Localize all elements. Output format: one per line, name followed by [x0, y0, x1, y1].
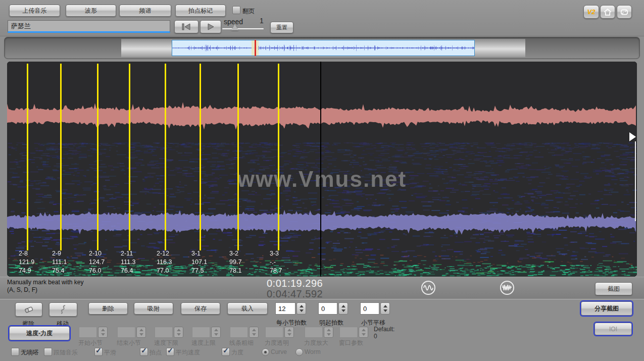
- beats-per-measure-input[interactable]: 12: [275, 302, 295, 315]
- beat-marker-line[interactable]: [165, 64, 166, 250]
- end-measure-input: [117, 327, 135, 338]
- measure-shift-input[interactable]: 0: [360, 302, 379, 315]
- pickup-beats-spinner[interactable]: [338, 302, 348, 315]
- dynamics-scale-spinner: [324, 327, 333, 338]
- total-time: 0:04:47.592: [267, 288, 323, 300]
- no-tick-label: 无嘀嗒: [21, 348, 39, 357]
- pickup-beats-input[interactable]: 0: [318, 302, 337, 315]
- beat-marker-label: 2-10124.776.0: [89, 249, 105, 275]
- tempo-min-spinner: [174, 327, 183, 338]
- skip-to-start-button[interactable]: [174, 20, 199, 33]
- v2-version-badge[interactable]: V2: [583, 5, 599, 19]
- beats-per-measure-spinner[interactable]: [296, 302, 306, 315]
- beat-marker-label: 2-12116.377.0: [157, 249, 172, 275]
- load-button[interactable]: 载入: [227, 302, 268, 315]
- v2-label: V2: [587, 8, 596, 16]
- beat-marker-label: 3-1107.177.5: [191, 249, 207, 275]
- speed-slider-track[interactable]: [222, 28, 264, 29]
- measure-shift-spinner[interactable]: [380, 302, 390, 315]
- follow-music-label: 跟随音乐: [54, 348, 78, 357]
- share-screenshot-button[interactable]: 分享截图: [581, 301, 632, 316]
- zoom-in-wave-button[interactable]: [500, 281, 514, 295]
- end-measure-spinner: [136, 327, 146, 338]
- overview-selection-window[interactable]: [172, 40, 475, 56]
- save-button[interactable]: 保存: [181, 302, 220, 315]
- tab-upload-music[interactable]: 上传音乐: [9, 5, 60, 17]
- beat-marker-line[interactable]: [129, 64, 130, 250]
- vertical-zoom-track[interactable]: [635, 141, 636, 221]
- beat-marker-line[interactable]: [27, 64, 28, 250]
- move-tool-button[interactable]: [49, 302, 77, 317]
- zoom-out-wave-button[interactable]: [421, 281, 435, 295]
- tempo-min-label: 速度下限: [154, 339, 178, 347]
- delete-button[interactable]: 删除: [88, 302, 128, 315]
- beat-points-checkbox[interactable]: ✓: [140, 348, 148, 356]
- dynamics-checkbox[interactable]: ✓: [222, 348, 230, 356]
- default-label: Default:: [374, 326, 394, 333]
- default-value: 0: [374, 333, 377, 340]
- home-icon: [603, 8, 613, 17]
- smooth-checkbox[interactable]: ✓: [94, 348, 103, 356]
- bottom-control-panel: 擦除 移动 删除 吸附 保存 载入 12每小节拍数0弱起拍数0小节平移 分享截图…: [0, 299, 644, 361]
- radio-dot: [264, 351, 267, 353]
- beat-markers-layer: 2-8121.974.92-9111.175.42-10124.776.02-1…: [7, 62, 637, 277]
- home-button[interactable]: [600, 5, 615, 19]
- beats-per-measure-label: 每小节拍数: [276, 319, 307, 327]
- follow-music-checkbox[interactable]: [44, 348, 52, 356]
- smooth-label: 平滑: [104, 348, 116, 357]
- screenshot-button[interactable]: 截图: [595, 282, 632, 295]
- overview-waveform-canvas: [172, 40, 474, 56]
- song-title-input[interactable]: [8, 20, 170, 33]
- average-tempo-checkbox[interactable]: ✓: [166, 348, 174, 356]
- page-turn-checkbox[interactable]: [232, 6, 240, 14]
- reset-button[interactable]: 重置: [270, 22, 293, 33]
- vertical-zoom-handle[interactable]: [629, 132, 636, 141]
- speed-slider-thumb[interactable]: [231, 24, 238, 30]
- line-width-label: 线条粗细: [229, 339, 254, 347]
- beat-points-label: 拍点: [150, 348, 162, 357]
- playback-cursor: [320, 62, 321, 277]
- tab-waveform[interactable]: 波形: [66, 5, 116, 17]
- line-width-input: [230, 327, 248, 338]
- end-measure-label: 结束小节: [117, 339, 141, 347]
- window-size-input: [339, 327, 358, 338]
- curve-radio-label: Curve: [271, 348, 287, 355]
- page-turn-label: 翻页: [242, 7, 255, 16]
- tempo-dynamics-button[interactable]: 速度-力度: [9, 326, 70, 340]
- worm-radio[interactable]: [295, 348, 303, 356]
- beat-marker-line[interactable]: [237, 64, 239, 250]
- check-mark-icon: ✓: [95, 346, 102, 354]
- curve-radio[interactable]: [262, 348, 269, 356]
- window-size-spinner: [359, 327, 368, 338]
- tab-beat-mark[interactable]: 拍点标记: [175, 5, 226, 17]
- wide-wave-icon: [423, 284, 433, 291]
- dynamics-scale-input: [305, 327, 323, 338]
- no-tick-checkbox[interactable]: [11, 348, 19, 356]
- beat-marker-line[interactable]: [200, 64, 201, 250]
- fullscreen-button[interactable]: [617, 5, 632, 19]
- overview-playhead[interactable]: [255, 40, 256, 56]
- check-mark-icon: ✓: [223, 346, 229, 354]
- line-width-spinner: [249, 327, 259, 338]
- tab-spectrum[interactable]: 频谱: [119, 5, 171, 17]
- erase-tool-button[interactable]: [15, 302, 42, 317]
- dynamics-opacity-spinner: [284, 327, 294, 338]
- main-spectrogram-view[interactable]: www.Vmus.net 2-8121.974.92-9111.175.42-1…: [7, 62, 637, 277]
- fullscreen-icon: [619, 8, 629, 17]
- snap-button[interactable]: 吸附: [134, 302, 173, 315]
- dense-wave-icon: [502, 284, 512, 291]
- beat-marker-label: 2-11111.376.4: [121, 249, 135, 275]
- worm-radio-label: Worm: [305, 348, 321, 355]
- beat-marker-line[interactable]: [278, 64, 279, 250]
- eraser-icon: [23, 305, 34, 314]
- beat-marker-label: 2-8121.974.9: [19, 249, 34, 275]
- dynamics-scale-label: 力度放大: [304, 339, 328, 347]
- beat-marker-label: 3-299.778.1: [229, 249, 241, 275]
- beat-marker-line[interactable]: [97, 64, 98, 250]
- play-button[interactable]: [200, 20, 221, 33]
- hint-line1: Manually mark beat with key: [7, 279, 83, 286]
- dynamics-opacity-input: [265, 327, 283, 338]
- beat-marker-line[interactable]: [60, 64, 62, 250]
- beat-marker-label: 2-9111.175.4: [52, 249, 67, 275]
- start-measure-spinner: [98, 327, 108, 338]
